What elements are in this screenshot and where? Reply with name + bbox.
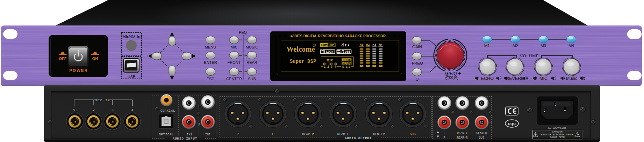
- svg-text:2: 2: [93, 109, 94, 112]
- svg-text:SUB: SUB: [410, 133, 416, 136]
- svg-text:Music: Music: [566, 76, 578, 81]
- svg-text:48BITS DIGITAL REVERB/ECHO KAR: 48BITS DIGITAL REVERB/ECHO KARAOKE PROCE…: [291, 34, 386, 38]
- svg-text:COAXIAL: COAXIAL: [160, 109, 176, 113]
- svg-text:REVERB: REVERB: [506, 76, 524, 81]
- svg-text:OFF: OFF: [59, 57, 67, 61]
- svg-text:REAR-L: REAR-L: [337, 133, 349, 136]
- svg-text:IN1: IN1: [187, 133, 192, 136]
- svg-text:CAUTION: CAUTION: [552, 130, 562, 133]
- svg-text:REAR-L: REAR-L: [457, 132, 468, 135]
- svg-text:ON: ON: [92, 57, 98, 61]
- svg-text:DONOT OPEN: DONOT OPEN: [550, 136, 565, 139]
- svg-text:FBC: FBC: [321, 44, 327, 47]
- svg-text:M3: M3: [541, 44, 546, 48]
- svg-text:dts: dts: [341, 43, 350, 47]
- svg-text:PEQ: PEQ: [239, 30, 247, 35]
- svg-text:ESC: ESC: [207, 77, 215, 81]
- svg-text:AUDIO INPUT: AUDIO INPUT: [173, 137, 197, 141]
- svg-text:MIC: MIC: [539, 76, 548, 81]
- svg-text:VOLUME: VOLUME: [520, 54, 539, 58]
- svg-text:4: 4: [335, 65, 336, 69]
- svg-text:5Hz: 5Hz: [329, 44, 334, 47]
- svg-text:GAIN: GAIN: [412, 45, 422, 49]
- svg-text:M1: M1: [484, 44, 490, 48]
- svg-text:Super DSP: Super DSP: [290, 59, 316, 64]
- svg-text:3: 3: [331, 65, 332, 69]
- svg-text:2: 2: [349, 65, 350, 69]
- svg-text:CQC: CQC: [508, 122, 516, 126]
- svg-text:L: L: [198, 105, 200, 108]
- svg-text:R: R: [237, 133, 239, 136]
- svg-text:AUDIO OUTPUT: AUDIO OUTPUT: [345, 137, 372, 140]
- svg-text:SUB: SUB: [248, 77, 256, 81]
- svg-text:CENTER: CENTER: [476, 132, 487, 135]
- svg-text:REAR: REAR: [246, 60, 257, 65]
- svg-text:SUB: SUB: [479, 136, 484, 140]
- svg-text:FREQ: FREQ: [412, 61, 423, 65]
- svg-text:+: +: [458, 70, 461, 76]
- svg-text:REAR-R: REAR-R: [457, 136, 468, 140]
- svg-text:R: R: [198, 123, 200, 127]
- svg-text:REAR-R: REAR-R: [302, 133, 314, 136]
- svg-text:1: 1: [346, 65, 348, 69]
- svg-text:M2: M2: [513, 44, 518, 48]
- svg-text:MENU: MENU: [205, 45, 216, 49]
- svg-text:OPTICAL: OPTICAL: [159, 133, 174, 136]
- svg-text:2: 2: [327, 65, 329, 69]
- svg-text:MIC IN: MIC IN: [95, 99, 110, 102]
- svg-text:L: L: [443, 132, 445, 135]
- svg-text:AC 220V/50Hz: AC 220V/50Hz: [548, 127, 566, 129]
- svg-text:MIC: MIC: [327, 59, 333, 62]
- svg-text:REMOTE: REMOTE: [123, 34, 139, 38]
- svg-text:L: L: [272, 133, 274, 136]
- svg-text:-: -: [441, 70, 443, 76]
- svg-text:MIC: MIC: [230, 45, 237, 49]
- svg-text:USB: USB: [128, 75, 136, 79]
- svg-text:R: R: [443, 136, 445, 140]
- svg-text:M4: M4: [568, 44, 574, 48]
- svg-text:CENTER: CENTER: [226, 77, 242, 81]
- svg-text:D: D: [342, 65, 344, 69]
- svg-text:Welcome: Welcome: [286, 45, 315, 53]
- svg-text:ENTER: ENTER: [204, 60, 217, 65]
- svg-text:LOCK: LOCK: [326, 50, 333, 54]
- svg-text:USB: USB: [345, 50, 350, 54]
- svg-text:FRONT: FRONT: [228, 60, 241, 65]
- svg-text:POWER: POWER: [69, 68, 88, 73]
- svg-text:ECHO: ECHO: [481, 76, 494, 81]
- svg-text:4: 4: [131, 109, 133, 112]
- svg-text:MUSIC: MUSIC: [246, 45, 258, 49]
- svg-text:CENTER: CENTER: [373, 133, 385, 136]
- svg-text:1: 1: [324, 65, 325, 69]
- svg-text:Q: Q: [416, 77, 419, 81]
- svg-text:1: 1: [73, 109, 75, 112]
- svg-text:IN2: IN2: [205, 133, 210, 136]
- svg-text:3: 3: [112, 109, 113, 112]
